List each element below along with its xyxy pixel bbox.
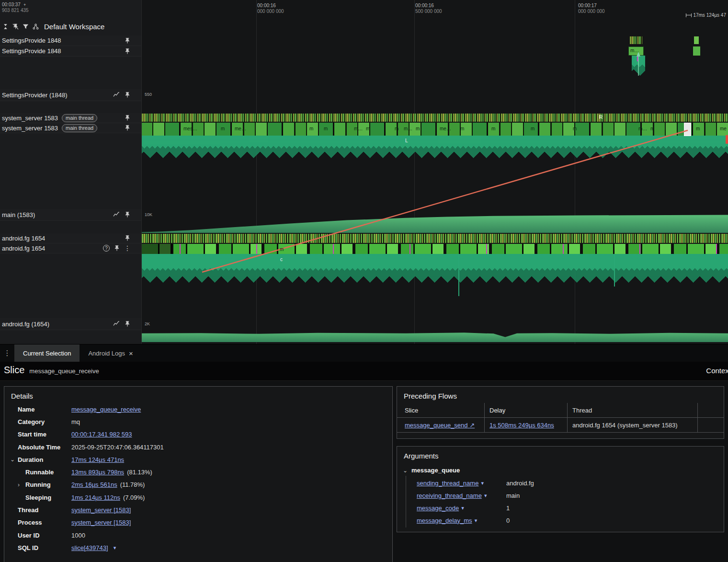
chevron-right-icon[interactable]: › (18, 482, 20, 488)
slice-label[interactable]: m (491, 126, 495, 131)
origin-sub: 903 821 435 (2, 8, 29, 13)
start-time-link[interactable]: 00:00:17.341 982 593 (71, 431, 132, 438)
caret-down-icon[interactable]: ▾ (475, 517, 478, 524)
process-link[interactable]: system_server [1583] (71, 519, 131, 526)
slice-label[interactable]: me… (235, 126, 246, 131)
pin-icon[interactable] (124, 211, 131, 218)
chevron-down-icon[interactable]: ⌄ (10, 456, 15, 463)
pin-icon[interactable] (124, 235, 131, 241)
track-row-system-server-main-1[interactable]: system_server 1583 main thread (0, 113, 141, 123)
track-row-settingsprovider-pinned-2[interactable]: SettingsProvide 1848 (0, 46, 141, 57)
sleeping-link[interactable]: 1ms 214µs 112ns (71, 494, 120, 501)
slice-label[interactable]: R (599, 115, 603, 120)
track-row-settingsprovider-pinned-1[interactable]: SettingsProvide 1848 (0, 35, 141, 46)
caret-down-icon[interactable]: ▾ (481, 480, 484, 486)
pin-icon[interactable] (124, 48, 131, 55)
slice-label[interactable]: m (324, 126, 328, 131)
slice-label[interactable]: m (221, 126, 225, 131)
collapse-tracks-icon[interactable] (2, 23, 9, 30)
slice[interactable] (693, 46, 700, 56)
slice-label[interactable]: m (366, 126, 370, 131)
slice-label[interactable]: m (650, 126, 654, 131)
slice-label[interactable]: m… (638, 126, 647, 131)
track-group-androidfg-1654[interactable]: android.fg (1654) (0, 318, 141, 330)
flame-track-settingsprovider[interactable] (632, 56, 645, 76)
help-icon[interactable]: ? (103, 245, 110, 252)
slice[interactable] (694, 36, 699, 44)
slice-label[interactable]: m (280, 247, 284, 252)
slice-label[interactable]: L (405, 138, 408, 143)
show-chart-icon[interactable] (113, 320, 120, 328)
slice-label[interactable]: m… (354, 126, 363, 131)
track-row-system-server-main-2[interactable]: system_server 1583 main thread (0, 123, 141, 133)
unpin-all-icon[interactable] (12, 23, 19, 30)
track-row-androidfg-2[interactable]: android.fg 1654 ? ⋮ (0, 243, 141, 253)
tab-current-selection[interactable]: Current Selection (14, 344, 80, 362)
track-group-settingsprovider[interactable]: SettingsProvider (1848) (0, 89, 141, 101)
slice-track-system-server-dense[interactable] (142, 114, 728, 122)
name-link[interactable]: message_queue_receive (71, 406, 141, 413)
context-button[interactable]: Context (706, 367, 728, 375)
detail-label: Start time (18, 431, 71, 438)
caret-down-icon[interactable]: ▾ (461, 505, 464, 511)
slice-label[interactable]: m (460, 126, 464, 131)
slice-label[interactable]: mes… (183, 126, 197, 131)
slice-label[interactable]: me… (440, 126, 451, 131)
slice-track-androidfg-dense[interactable] (142, 234, 728, 243)
slice-label[interactable]: m (416, 126, 420, 131)
slice-label[interactable]: m (531, 126, 535, 131)
arg-key-link[interactable]: sending_thread_name (417, 480, 478, 487)
workspace-icon[interactable] (32, 23, 39, 30)
pin-icon[interactable] (124, 321, 131, 327)
slice-track-androidfg[interactable] (142, 244, 728, 254)
marker-slice[interactable] (637, 56, 638, 61)
column-header-slice: Slice (397, 407, 484, 414)
runnable-link[interactable]: 13ms 893µs 798ns (71, 469, 124, 476)
selected-slice-message-queue-receive[interactable] (684, 123, 691, 136)
tab-android-logs[interactable]: Android Logs × (80, 344, 141, 362)
sql-id-link[interactable]: slice[439743] (71, 544, 108, 551)
argument-group-message-queue[interactable]: ⌄ message_queue (397, 463, 724, 476)
filter-icon[interactable] (22, 23, 29, 30)
slice-label[interactable]: me (720, 126, 727, 131)
red-slice[interactable] (726, 135, 728, 144)
caret-down-icon[interactable]: ▾ (114, 545, 116, 551)
detail-row-runnable: Runnable 13ms 893µs 798ns(81.13%) (4, 466, 392, 478)
panel-kebab-icon[interactable]: ⋮ (0, 344, 14, 362)
show-chart-icon[interactable] (113, 211, 120, 218)
counter-max-label: 2K (145, 321, 150, 326)
argument-row: message_delay_ms▾ 0 (406, 514, 724, 527)
running-link[interactable]: 2ms 16µs 561ns (71, 481, 117, 488)
pin-icon[interactable] (124, 115, 131, 121)
thread-link[interactable]: system_server [1583] (71, 506, 131, 514)
chevron-down-icon[interactable]: ⌄ (403, 467, 408, 474)
pin-icon[interactable] (124, 125, 131, 131)
workspace-title[interactable]: Default Workspace (44, 23, 104, 31)
slice-track-settingsprovider-1[interactable] (630, 36, 642, 44)
track-group-main-1583[interactable]: main (1583) (0, 209, 141, 221)
kebab-icon[interactable]: ⋮ (124, 245, 131, 252)
slice-label[interactable]: m (395, 126, 398, 131)
arg-key-link[interactable]: message_code (417, 505, 459, 512)
slice-label[interactable]: m (573, 126, 577, 131)
close-icon[interactable]: × (129, 349, 133, 357)
caret-down-icon[interactable]: ▾ (484, 493, 487, 499)
flow-slice-link[interactable]: message_queue_send ↗ (405, 422, 475, 429)
perfetto-trace-viewer: 00:03:37+ 903 821 435 00:00:16 000 000 0… (0, 0, 728, 562)
flow-delay-link[interactable]: 1s 508ms 249µs 634ns (489, 422, 554, 429)
pin-icon[interactable] (114, 245, 120, 252)
slice-label[interactable]: m (309, 126, 313, 131)
slice-label[interactable]: c (280, 257, 283, 262)
show-chart-icon[interactable] (113, 91, 120, 99)
slice-label[interactable]: m… (404, 126, 412, 131)
arg-key-link[interactable]: receiving_thread_name (417, 492, 482, 499)
arg-key-link[interactable]: message_delay_ms (417, 517, 472, 524)
slice-label[interactable]: m… (630, 48, 639, 53)
duration-link[interactable]: 17ms 124µs 471ns (71, 456, 124, 463)
pin-icon[interactable] (124, 37, 131, 44)
flame-track-androidfg[interactable] (142, 254, 728, 283)
slice-label[interactable]: m (696, 126, 700, 131)
track-row-androidfg-1[interactable]: android.fg 1654 (0, 233, 141, 243)
pin-icon[interactable] (124, 92, 131, 98)
flame-track-system-server[interactable] (142, 136, 728, 158)
